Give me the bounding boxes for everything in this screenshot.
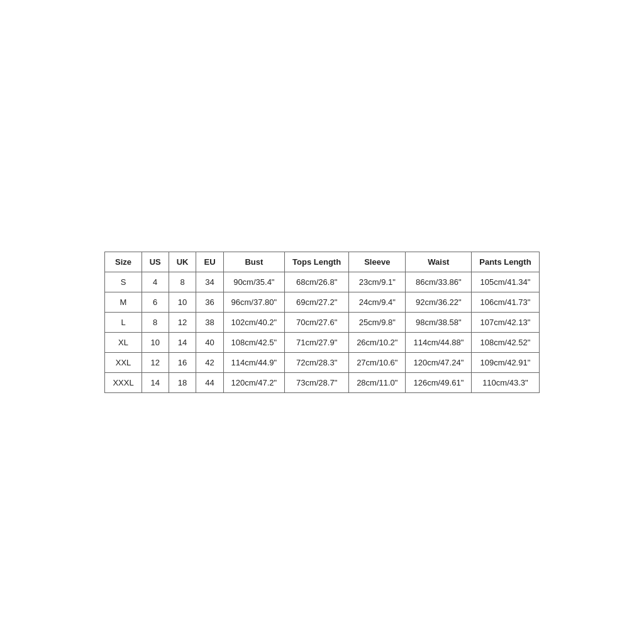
- cell-us: 8: [142, 312, 169, 332]
- cell-waist: 114cm/44.88": [406, 332, 472, 352]
- cell-pants_length: 105cm/41.34": [472, 272, 539, 292]
- cell-us: 6: [142, 292, 169, 312]
- cell-size: L: [105, 312, 142, 332]
- cell-tops_length: 71cm/27.9": [285, 332, 349, 352]
- cell-pants_length: 106cm/41.73": [472, 292, 539, 312]
- cell-sleeve: 26cm/10.2": [349, 332, 406, 352]
- header-bust: Bust: [223, 252, 285, 272]
- cell-bust: 120cm/47.2": [223, 372, 285, 392]
- cell-waist: 126cm/49.61": [406, 372, 472, 392]
- size-chart-table: Size US UK EU Bust Tops Length Sleeve Wa…: [104, 252, 539, 393]
- cell-bust: 90cm/35.4": [223, 272, 285, 292]
- table-row: S483490cm/35.4"68cm/26.8"23cm/9.1"86cm/3…: [105, 272, 539, 292]
- cell-waist: 86cm/33.86": [406, 272, 472, 292]
- cell-waist: 92cm/36.22": [406, 292, 472, 312]
- table-row: XXXL141844120cm/47.2"73cm/28.7"28cm/11.0…: [105, 372, 539, 392]
- cell-us: 12: [142, 352, 169, 372]
- cell-us: 4: [142, 272, 169, 292]
- cell-uk: 10: [169, 292, 196, 312]
- cell-eu: 42: [196, 352, 223, 372]
- table-row: L81238102cm/40.2"70cm/27.6"25cm/9.8"98cm…: [105, 312, 539, 332]
- table-row: M6103696cm/37.80"69cm/27.2"24cm/9.4"92cm…: [105, 292, 539, 312]
- cell-sleeve: 25cm/9.8": [349, 312, 406, 332]
- cell-bust: 108cm/42.5": [223, 332, 285, 352]
- cell-size: XXXL: [105, 372, 142, 392]
- cell-tops_length: 72cm/28.3": [285, 352, 349, 372]
- cell-eu: 44: [196, 372, 223, 392]
- cell-us: 14: [142, 372, 169, 392]
- cell-tops_length: 73cm/28.7": [285, 372, 349, 392]
- cell-uk: 16: [169, 352, 196, 372]
- cell-pants_length: 109cm/42.91": [472, 352, 539, 372]
- cell-tops_length: 68cm/26.8": [285, 272, 349, 292]
- cell-sleeve: 23cm/9.1": [349, 272, 406, 292]
- cell-uk: 18: [169, 372, 196, 392]
- cell-eu: 34: [196, 272, 223, 292]
- size-chart-container: Size US UK EU Bust Tops Length Sleeve Wa…: [104, 252, 539, 393]
- header-eu: EU: [196, 252, 223, 272]
- cell-size: S: [105, 272, 142, 292]
- cell-tops_length: 69cm/27.2": [285, 292, 349, 312]
- cell-eu: 40: [196, 332, 223, 352]
- cell-uk: 14: [169, 332, 196, 352]
- cell-bust: 96cm/37.80": [223, 292, 285, 312]
- header-us: US: [142, 252, 169, 272]
- cell-tops_length: 70cm/27.6": [285, 312, 349, 332]
- table-header-row: Size US UK EU Bust Tops Length Sleeve Wa…: [105, 252, 539, 272]
- cell-bust: 114cm/44.9": [223, 352, 285, 372]
- cell-sleeve: 24cm/9.4": [349, 292, 406, 312]
- cell-eu: 38: [196, 312, 223, 332]
- cell-pants_length: 110cm/43.3": [472, 372, 539, 392]
- cell-eu: 36: [196, 292, 223, 312]
- cell-waist: 120cm/47.24": [406, 352, 472, 372]
- cell-bust: 102cm/40.2": [223, 312, 285, 332]
- header-pants-length: Pants Length: [472, 252, 539, 272]
- cell-pants_length: 107cm/42.13": [472, 312, 539, 332]
- cell-size: M: [105, 292, 142, 312]
- cell-us: 10: [142, 332, 169, 352]
- header-size: Size: [105, 252, 142, 272]
- header-uk: UK: [169, 252, 196, 272]
- table-row: XL101440108cm/42.5"71cm/27.9"26cm/10.2"1…: [105, 332, 539, 352]
- table-row: XXL121642114cm/44.9"72cm/28.3"27cm/10.6"…: [105, 352, 539, 372]
- header-waist: Waist: [406, 252, 472, 272]
- cell-sleeve: 27cm/10.6": [349, 352, 406, 372]
- cell-uk: 8: [169, 272, 196, 292]
- cell-size: XL: [105, 332, 142, 352]
- cell-uk: 12: [169, 312, 196, 332]
- cell-pants_length: 108cm/42.52": [472, 332, 539, 352]
- header-tops-length: Tops Length: [285, 252, 349, 272]
- cell-sleeve: 28cm/11.0": [349, 372, 406, 392]
- cell-waist: 98cm/38.58": [406, 312, 472, 332]
- header-sleeve: Sleeve: [349, 252, 406, 272]
- cell-size: XXL: [105, 352, 142, 372]
